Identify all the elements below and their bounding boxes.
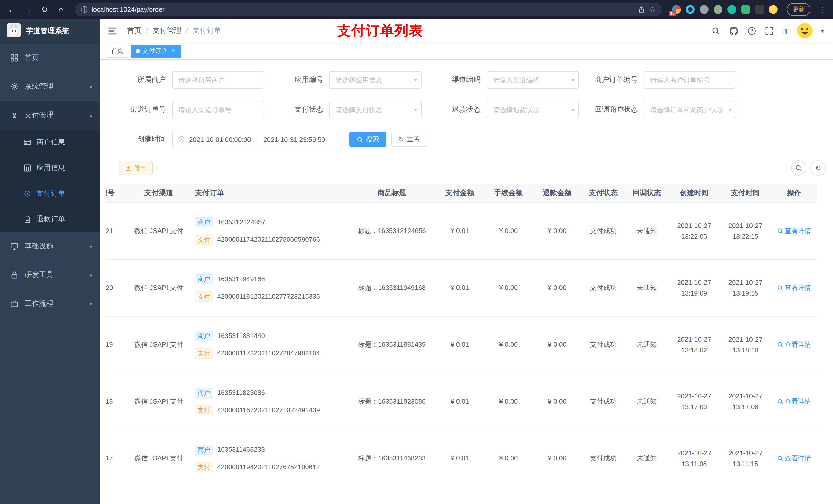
- browser-menu-icon[interactable]: ⋮: [817, 5, 828, 14]
- cell-fee: ¥ 0.00: [484, 259, 533, 316]
- breadcrumb-home[interactable]: 首页: [127, 26, 141, 35]
- filter-input-4[interactable]: [172, 101, 264, 118]
- sidebar-item-1[interactable]: 系统管理▾: [0, 72, 100, 101]
- view-detail-link[interactable]: 查看详情: [777, 226, 811, 235]
- chevron-down-icon[interactable]: ▾: [821, 28, 824, 33]
- cell-create-time: 2021-10-27 13:18:02: [669, 316, 720, 373]
- filter-select-6[interactable]: [487, 101, 579, 118]
- cell-fee: ¥ 0.00: [484, 202, 533, 259]
- puzzle-extension-icon[interactable]: [755, 5, 764, 14]
- cell-refund: ¥ 0.00: [533, 430, 581, 486]
- export-button[interactable]: 导出: [119, 161, 153, 175]
- share-icon[interactable]: [638, 6, 645, 13]
- search-button[interactable]: 搜索: [349, 131, 386, 147]
- tag-dot: [136, 49, 140, 53]
- filter-select-2[interactable]: [487, 71, 579, 89]
- chevron-down-icon: ▾: [90, 243, 92, 249]
- cell-status: 支付成功: [581, 202, 625, 259]
- filter-label: 退款状态: [433, 105, 487, 114]
- reset-button[interactable]: ↻ 重置: [391, 131, 427, 147]
- cell-title: 标题：1635311468233: [348, 430, 435, 486]
- sidebar-subitem-2-3[interactable]: 退款订单: [0, 207, 100, 232]
- toggle-search-icon[interactable]: [791, 160, 806, 176]
- cell-order: 商户: [195, 486, 348, 504]
- drop-extension-icon[interactable]: [686, 5, 695, 14]
- check-extension-icon[interactable]: [728, 5, 736, 14]
- sidebar-item-4[interactable]: 研发工具▾: [0, 261, 100, 289]
- browser-update-button[interactable]: 更新: [787, 3, 810, 16]
- back-icon[interactable]: ←: [5, 3, 19, 16]
- cell-action: 查看详情: [771, 316, 817, 373]
- sidebar-menu: 首页系统管理▾¥支付管理▴商户信息应用信息支付订单退款订单基础设施▾研发工具▾工…: [0, 44, 100, 318]
- orders-table: 编号支付渠道支付订单商品标题支付金额手续金额退款金额支付状态回调状态创建时间支付…: [105, 184, 817, 504]
- clock-icon: [178, 136, 185, 143]
- sidebar-subitem-2-0[interactable]: 商户信息: [0, 129, 100, 155]
- filter-select-1[interactable]: [329, 71, 422, 89]
- cell-create-time: 2021-10-27 13:19:09: [669, 259, 720, 316]
- cell-order: 商户1635311823086支付42000011672021102710224…: [195, 373, 348, 430]
- grey-green-extension-icon[interactable]: [714, 5, 722, 14]
- cell-action: 查看详情: [771, 430, 817, 486]
- view-detail-link[interactable]: 查看详情: [777, 340, 811, 349]
- cell-action: 查看详情: [771, 259, 817, 316]
- merchant-tag: 商户: [195, 444, 213, 455]
- cell-amount: ¥ 0.01: [435, 373, 484, 430]
- help-icon[interactable]: [748, 26, 756, 35]
- filter-select-5[interactable]: [329, 101, 422, 118]
- font-size-icon[interactable]: ıT: [783, 26, 788, 35]
- sidebar-item-5[interactable]: 工作流程▾: [0, 289, 100, 318]
- filter-field-7: 回调商户状态▾: [591, 101, 748, 118]
- filter-input-0[interactable]: [172, 71, 264, 89]
- sidebar-item-3[interactable]: 基础设施▾: [0, 232, 100, 261]
- table-row-3: 118微信 JSAPI 支付商户1635311823086支付420000116…: [105, 373, 817, 430]
- sidebar-item-label: 首页: [25, 53, 39, 63]
- cell-pay-time: 2021-10-27 13:22:15: [720, 202, 771, 259]
- sidebar-item-label: 支付管理: [25, 111, 53, 120]
- refresh-icon[interactable]: ↻: [38, 3, 51, 16]
- search-icon[interactable]: [712, 26, 720, 35]
- hamburger-icon[interactable]: [108, 26, 118, 36]
- github-icon[interactable]: [729, 26, 739, 35]
- filter-label: 所属商户: [119, 75, 172, 85]
- tag-1[interactable]: 支付订单×: [131, 44, 181, 57]
- fullscreen-icon[interactable]: [765, 26, 774, 35]
- site-info-icon[interactable]: ⓘ: [81, 5, 88, 14]
- sidebar-item-0[interactable]: 首页: [0, 44, 100, 72]
- breadcrumb-pay[interactable]: 支付管理: [153, 26, 181, 35]
- cell-notify: 未通知: [625, 259, 669, 316]
- column-header-11: 操作: [771, 184, 817, 202]
- tag-0[interactable]: 首页: [106, 44, 128, 57]
- filter-input-3[interactable]: [644, 71, 736, 89]
- sidebar-subitem-2-1[interactable]: 应用信息: [0, 155, 100, 181]
- sidebar-item-2[interactable]: ¥支付管理▴: [0, 101, 100, 129]
- date-range-picker[interactable]: 2021-10-01 00:00:00 - 2021-10-31 23:59:5…: [172, 130, 342, 148]
- emoji-extension-icon[interactable]: [769, 5, 778, 14]
- view-detail-link[interactable]: 查看详情: [777, 283, 811, 292]
- filter-select-7[interactable]: [644, 101, 736, 118]
- chat-extension-icon[interactable]: [741, 5, 750, 14]
- refresh-table-icon[interactable]: ↻: [810, 160, 826, 176]
- view-detail-link[interactable]: 查看详情: [777, 397, 811, 406]
- sidebar-subitem-label: 应用信息: [37, 163, 65, 173]
- cell-fee: ¥ 0.00: [484, 373, 533, 430]
- tag-close-icon[interactable]: ×: [170, 47, 177, 54]
- extensions-cluster: 10: [672, 5, 778, 14]
- avatar[interactable]: [797, 23, 812, 39]
- filter-date-row: 创建时间 2021-10-01 00:00:00 - 2021-10-31 23…: [105, 130, 828, 148]
- url-bar[interactable]: ⓘ localhost:1024/pay/order ☆: [75, 3, 662, 16]
- home-icon[interactable]: ⌂: [54, 3, 68, 16]
- app-logo[interactable]: 芋道管理系统: [0, 19, 100, 44]
- detail-search-icon: [777, 285, 783, 291]
- bookmark-star-icon[interactable]: ☆: [649, 5, 656, 14]
- cell-refund: ¥ 0.00: [533, 373, 581, 430]
- filter-field-3: 商户订单编号: [591, 71, 748, 89]
- forward-icon[interactable]: →: [22, 3, 35, 16]
- table-body: 121微信 JSAPI 支付商户1635312124657支付420000117…: [105, 202, 817, 504]
- grey-extension-icon[interactable]: [700, 5, 709, 14]
- chevron-down-icon: ▾: [90, 301, 92, 307]
- extension-colorful-icon[interactable]: 10: [672, 5, 681, 14]
- chevron-up-icon: ▴: [90, 113, 92, 118]
- view-detail-link[interactable]: 查看详情: [777, 454, 811, 463]
- sidebar-subitem-2-2[interactable]: 支付订单: [0, 181, 100, 207]
- cell-pay-time: 2021-10-27 13:17:08: [720, 373, 771, 430]
